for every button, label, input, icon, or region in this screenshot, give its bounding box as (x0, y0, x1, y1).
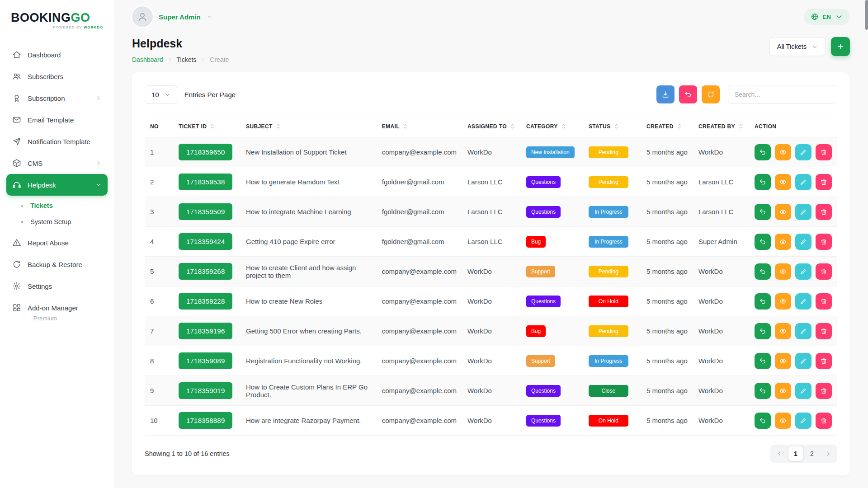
column-header-subject[interactable]: SUBJECT (241, 116, 377, 137)
delete-button[interactable] (816, 413, 832, 429)
delete-button[interactable] (816, 144, 832, 160)
ticket-id-badge[interactable]: 1718359650 (179, 144, 232, 160)
reply-button[interactable] (755, 383, 771, 399)
brand-logo[interactable]: BOOKINGGO Powered by WorkDo (6, 9, 108, 34)
edit-button[interactable] (795, 323, 811, 339)
sidebar-item-dashboard[interactable]: Dashboard (6, 44, 108, 66)
refresh-button[interactable] (702, 85, 720, 103)
ticket-filter-button[interactable]: All Tickets (769, 37, 826, 56)
next-page-button[interactable] (821, 446, 835, 461)
sidebar-item-subscribers[interactable]: Subscribers (6, 66, 108, 87)
row-number: 3 (145, 197, 173, 227)
delete-button[interactable] (816, 383, 832, 399)
search-input[interactable] (728, 85, 837, 104)
sidebar-item-report-abuse[interactable]: Report Abuse (6, 232, 108, 253)
page-button-2[interactable]: 2 (805, 446, 819, 461)
view-button[interactable] (775, 383, 791, 399)
reply-button[interactable] (755, 293, 771, 310)
column-header-status[interactable]: STATUS (583, 116, 641, 137)
reply-button[interactable] (755, 353, 771, 369)
row-number: 6 (145, 286, 173, 316)
reply-icon (759, 357, 766, 365)
sidebar-item-helpdesk[interactable]: Helpdesk (6, 174, 108, 196)
undo-button[interactable] (679, 85, 697, 103)
edit-button[interactable] (795, 413, 811, 429)
view-button[interactable] (775, 353, 791, 369)
column-header-category[interactable]: CATEGORY (521, 116, 583, 137)
sidebar-item-label: Subscription (28, 94, 65, 102)
ticket-id-badge[interactable]: 1718359228 (179, 293, 232, 310)
ticket-id-badge[interactable]: 1718359268 (179, 263, 232, 280)
reply-button[interactable] (755, 234, 771, 250)
column-header-assigned-to[interactable]: ASSIGNED TO (462, 116, 521, 137)
delete-button[interactable] (816, 353, 832, 369)
delete-button[interactable] (816, 323, 832, 339)
edit-button[interactable] (795, 234, 811, 250)
sidebar-subitem-system-setup[interactable]: System Setup (14, 214, 108, 230)
ticket-id-badge[interactable]: 1718359089 (179, 352, 232, 369)
delete-button[interactable] (816, 174, 832, 190)
view-button[interactable] (775, 234, 791, 250)
sidebar-item-subscription[interactable]: Subscription (6, 87, 108, 109)
view-button[interactable] (775, 204, 791, 220)
pencil-icon (800, 149, 807, 156)
view-button[interactable] (775, 293, 791, 310)
scrollbar-track[interactable] (865, 0, 868, 488)
column-header-created[interactable]: CREATED (641, 116, 693, 137)
export-button[interactable] (656, 85, 675, 103)
ticket-id-badge[interactable]: 1718359196 (179, 323, 232, 339)
sidebar-item-backup-restore[interactable]: Backup & Restore (6, 253, 108, 275)
delete-button[interactable] (816, 204, 832, 220)
reply-button[interactable] (755, 413, 771, 429)
sidebar-item-email-template[interactable]: Email Template (6, 109, 108, 131)
edit-button[interactable] (795, 293, 811, 310)
view-button[interactable] (775, 413, 791, 429)
reply-button[interactable] (755, 263, 771, 280)
entries-per-page-select[interactable]: 10 (145, 85, 177, 104)
sidebar-item-notification-template[interactable]: Notification Template (6, 131, 108, 152)
ticket-email: fgoldner@gmail.com (377, 227, 462, 257)
delete-button[interactable] (816, 263, 832, 280)
edit-button[interactable] (795, 383, 811, 399)
ticket-id-badge[interactable]: 1718359019 (179, 382, 232, 399)
page-button-1[interactable]: 1 (788, 446, 803, 461)
delete-button[interactable] (816, 293, 832, 310)
sidebar-subitem-tickets[interactable]: Tickets (14, 197, 108, 214)
reply-button[interactable] (755, 144, 771, 160)
edit-button[interactable] (795, 204, 811, 220)
reply-button[interactable] (755, 204, 771, 220)
edit-button[interactable] (795, 174, 811, 190)
column-header-ticket-id[interactable]: TICKET ID (173, 116, 241, 137)
view-button[interactable] (775, 174, 791, 190)
delete-button[interactable] (816, 234, 832, 250)
create-ticket-button[interactable] (831, 37, 850, 56)
ticket-id-badge[interactable]: 1718359424 (179, 233, 232, 250)
prev-page-button[interactable] (772, 446, 787, 461)
reply-button[interactable] (755, 323, 771, 339)
breadcrumb-tickets[interactable]: Tickets (177, 56, 197, 63)
sidebar-item-settings[interactable]: Settings (6, 275, 108, 297)
edit-button[interactable] (795, 353, 811, 369)
ticket-id-badge[interactable]: 1718359509 (179, 203, 232, 220)
table-row: 9 1718359019 How to Create Custom Plans … (145, 376, 837, 406)
user-menu[interactable]: Super Admin (132, 6, 212, 27)
column-header-email[interactable]: EMAIL (377, 116, 462, 137)
ticket-subject: How are integrate Razorpay Payment. (241, 406, 377, 436)
edit-button[interactable] (795, 144, 811, 160)
language-selector[interactable]: EN (804, 9, 850, 25)
view-button[interactable] (775, 263, 791, 280)
ticket-id-badge[interactable]: 1718359538 (179, 174, 232, 190)
breadcrumb-dashboard[interactable]: Dashboard (132, 56, 163, 63)
ticket-id-badge[interactable]: 1718358889 (179, 412, 232, 429)
view-button[interactable] (775, 144, 791, 160)
pencil-icon (800, 208, 807, 216)
ticket-subject: New Installation of Support Ticket (241, 137, 377, 167)
edit-button[interactable] (795, 263, 811, 280)
scrollbar-thumb[interactable] (865, 0, 868, 30)
view-button[interactable] (775, 323, 791, 339)
column-header-created-by[interactable]: CREATED BY (693, 116, 749, 137)
sidebar-item-label: Report Abuse (28, 239, 69, 247)
reply-button[interactable] (755, 174, 771, 190)
ticket-assigned-to: Larson LLC (462, 227, 521, 257)
sidebar-item-cms[interactable]: CMS (6, 152, 108, 174)
